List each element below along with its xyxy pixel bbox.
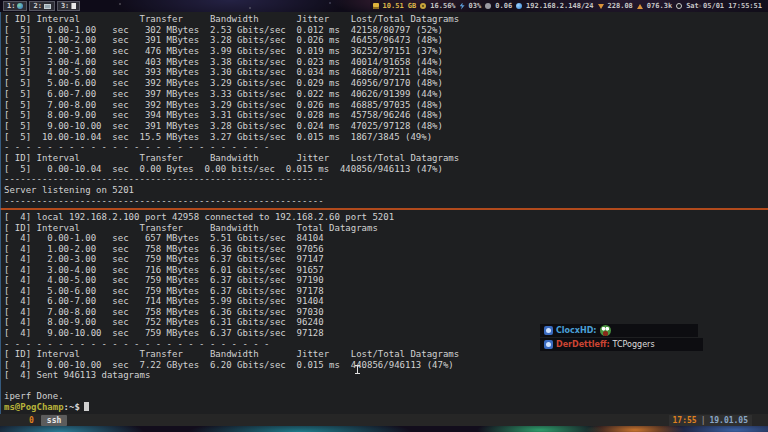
- terminal-output-line: [4, 381, 768, 392]
- download-arrow-icon: [598, 4, 604, 9]
- ip-address-value[interactable]: 192.168.2.148/24: [526, 2, 593, 10]
- pane-divider[interactable]: [0, 208, 768, 210]
- workspace-label: 2:: [33, 2, 41, 10]
- system-stats-tray: 10.51 GB 16.56% 03% 0.06 192.168.2.148/2…: [370, 0, 765, 12]
- tmux-status-bar: 0 ssh 17:55 | 19.01.05: [0, 414, 768, 426]
- chat-notification[interactable]: DerDettleff: TCPoggers: [540, 338, 703, 351]
- workspace-button-1[interactable]: 1:: [3, 1, 27, 11]
- cpu-icon: [420, 3, 426, 9]
- net-down-value[interactable]: 228.08: [608, 2, 633, 10]
- terminal-output-line: [ 5] 1.00-2.00 sec 391 MBytes 3.28 Gbits…: [4, 35, 768, 46]
- prompt-suffix: :~$: [64, 402, 80, 412]
- terminal-output-line: [ 5] 5.00-6.00 sec 392 MBytes 3.29 Gbits…: [4, 78, 768, 89]
- chat-message: TCPoggers: [613, 340, 655, 349]
- terminal-output-line: ----------------------------------------…: [4, 174, 768, 185]
- chat-username: DerDettleff:: [556, 340, 610, 349]
- upload-arrow-icon: [637, 4, 643, 9]
- globe-icon: [17, 3, 23, 9]
- desktop: 1: 2: 3: 10.51 GB 16.56% 03% 0.06 192.16…: [0, 0, 768, 432]
- terminal-output-line: [ 4] 2.00-3.00 sec 759 MBytes 6.37 Gbits…: [4, 254, 768, 265]
- prompt-user-host: ms@PogChamp: [4, 402, 64, 412]
- terminal-output-line: [ 5] 7.00-8.00 sec 392 MBytes 3.29 Gbits…: [4, 100, 768, 111]
- tmux-date: 19.01.05: [709, 415, 748, 426]
- terminal-output-line: [ 5] 0.00-1.00 sec 302 MBytes 2.53 Gbits…: [4, 25, 768, 36]
- terminal-output-line: [ 4] 7.00-8.00 sec 758 MBytes 6.36 Gbits…: [4, 307, 768, 318]
- workspace-button-3[interactable]: 3:: [57, 1, 80, 11]
- clock-icon: [676, 3, 682, 9]
- tmux-session-badge[interactable]: 0: [26, 416, 37, 425]
- terminal-cursor: [84, 402, 89, 411]
- load-icon: [485, 3, 491, 9]
- shell-prompt-line[interactable]: ms@PogChamp:~$: [4, 402, 768, 413]
- terminal-output-line: [ 5] 6.00-7.00 sec 397 MBytes 3.33 Gbits…: [4, 89, 768, 100]
- net-up-value[interactable]: 076.3k: [647, 2, 672, 10]
- terminal-output-line: [ 5] 9.00-10.00 sec 391 MBytes 3.28 Gbit…: [4, 121, 768, 132]
- terminal-output-line: ----------------------------------------…: [4, 196, 768, 207]
- tmux-clock: 17:55 | 19.01.05: [669, 415, 752, 426]
- workspace-label: 1:: [7, 2, 15, 10]
- pepe-laugh-emote: [600, 325, 611, 336]
- terminal-output-line: [ 4] local 192.168.2.100 port 42958 conn…: [4, 212, 768, 223]
- terminal-output-line: [ 4] 3.00-4.00 sec 716 MBytes 6.01 Gbits…: [4, 265, 768, 276]
- terminal-output-line: [ 4] 1.00-2.00 sec 758 MBytes 6.36 Gbits…: [4, 244, 768, 255]
- terminal-window[interactable]: [ ID] Interval Transfer Bandwidth Jitter…: [0, 12, 768, 414]
- tmux-time: 17:55: [673, 415, 697, 426]
- terminal-output-line: [ 4] 5.00-6.00 sec 759 MBytes 6.37 Gbits…: [4, 286, 768, 297]
- terminal-output-line: [ ID] Interval Transfer Bandwidth Total …: [4, 223, 768, 234]
- terminal-output-line: [ 4] 6.00-7.00 sec 714 MBytes 5.99 Gbits…: [4, 296, 768, 307]
- iperf-client-pane[interactable]: [ 4] local 192.168.2.100 port 42958 conn…: [0, 211, 768, 414]
- terminal-output-line: [ 4] 4.00-5.00 sec 759 MBytes 6.37 Gbits…: [4, 275, 768, 286]
- memory-value[interactable]: 10.51 GB: [383, 2, 417, 10]
- terminal-output-line: [ ID] Interval Transfer Bandwidth Jitter…: [4, 14, 768, 25]
- terminal-output-line: [ 4] 0.00-1.00 sec 657 MBytes 5.51 Gbits…: [4, 233, 768, 244]
- tmux-separator: |: [701, 415, 706, 426]
- top-status-bar: 1: 2: 3: 10.51 GB 16.56% 03% 0.06 192.16…: [0, 0, 768, 12]
- gpu-value[interactable]: 03%: [469, 2, 482, 10]
- load-value[interactable]: 0.06: [495, 2, 512, 10]
- terminal-output-line: [ 4] 0.00-10.00 sec 7.22 GBytes 6.20 Gbi…: [4, 360, 768, 371]
- network-icon: [516, 3, 522, 9]
- terminal-output-line: [ 5] 0.00-10.04 sec 0.00 Bytes 0.00 bits…: [4, 164, 768, 175]
- chat-username: ClocxHD:: [556, 326, 597, 335]
- workspace-label: 3:: [61, 2, 69, 10]
- document-icon: [71, 3, 76, 9]
- terminal-output-line: [ 5] 4.00-5.00 sec 393 MBytes 3.30 Gbits…: [4, 67, 768, 78]
- gpu-icon: [460, 3, 465, 10]
- terminal-output-line: Server listening on 5201: [4, 185, 768, 196]
- stream-icon: [544, 326, 553, 335]
- memory-icon: [373, 3, 379, 9]
- tmux-window-tab[interactable]: ssh: [41, 415, 67, 426]
- terminal-output-line: - - - - - - - - - - - - - - - - - - - - …: [4, 142, 768, 153]
- terminal-output-line: [ 5] 10.00-10.04 sec 15.5 MBytes 3.27 Gb…: [4, 132, 768, 143]
- clock-value[interactable]: Sat 05/01 17:55:51: [686, 2, 762, 10]
- terminal-output-line: iperf Done.: [4, 391, 768, 402]
- iperf-server-pane[interactable]: [ ID] Interval Transfer Bandwidth Jitter…: [0, 12, 768, 208]
- mouse-ibeam-cursor: [357, 365, 358, 374]
- screen-edge-highlight: [0, 12, 1, 426]
- cpu-value[interactable]: 16.56%: [430, 2, 455, 10]
- terminal-output-line: [ ID] Interval Transfer Bandwidth Jitter…: [4, 153, 768, 164]
- chat-notifications: ClocxHD: DerDettleff: TCPoggers: [540, 324, 703, 352]
- chat-notification[interactable]: ClocxHD:: [540, 324, 698, 337]
- stream-icon: [544, 340, 553, 349]
- workspace-button-2[interactable]: 2:: [29, 1, 54, 11]
- terminal-output-line: [ 5] 8.00-9.00 sec 394 MBytes 3.31 Gbits…: [4, 110, 768, 121]
- terminal-output-line: [ 5] 3.00-4.00 sec 403 MBytes 3.38 Gbits…: [4, 57, 768, 68]
- monitor-icon: [44, 4, 51, 9]
- terminal-output-line: [ 4] Sent 946113 datagrams: [4, 370, 768, 381]
- terminal-output-line: [ 5] 2.00-3.00 sec 476 MBytes 3.99 Gbits…: [4, 46, 768, 57]
